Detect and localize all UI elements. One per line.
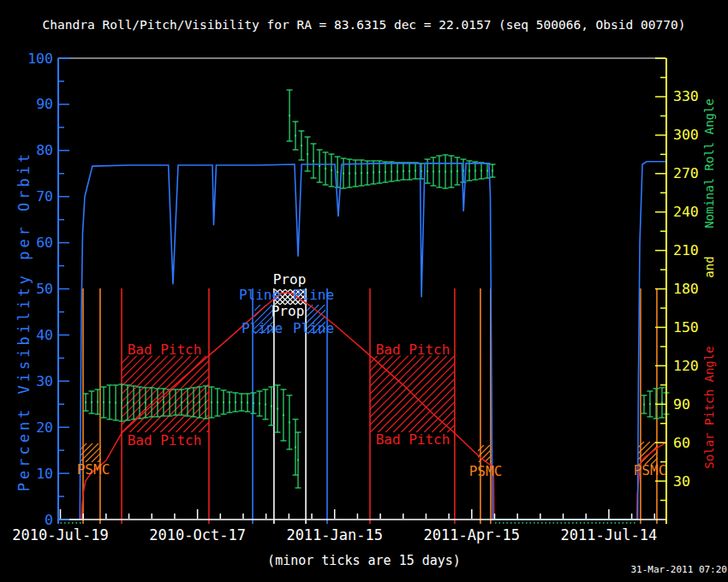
annotation-pline: Pline	[293, 320, 334, 336]
x-axis-tick-label: 2011-Jan-15	[286, 526, 383, 543]
annotation-bad-pitch: Bad Pitch	[376, 431, 451, 448]
annotation-psmc: PSMC	[77, 461, 110, 478]
right-axis-tick-label: 30	[673, 473, 690, 490]
x-axis-tick-label: 2011-Jul-14	[561, 526, 658, 543]
annotation-bad-pitch: Bad Pitch	[376, 341, 451, 358]
annotation-bad-pitch: Bad Pitch	[128, 341, 202, 358]
right-axis-tick-label: 210	[673, 242, 699, 258]
x-axis-tick-label: 2011-Apr-15	[424, 526, 521, 543]
left-axis-tick-label: 0	[45, 512, 53, 528]
right-axis-title-roll: Nominal Roll Angle	[702, 98, 716, 229]
right-axis-tick-label: 150	[673, 319, 699, 336]
x-axis-tick-label: 2010-Oct-17	[149, 526, 246, 543]
annotation-bad-pitch: Bad Pitch	[128, 432, 202, 448]
left-axis-tick-label: 60	[36, 235, 53, 251]
left-axis-tick-label: 80	[36, 142, 53, 158]
annotation-pline: Pline	[293, 287, 334, 303]
right-axis-tick-label: 120	[673, 358, 699, 374]
annotation-prop: Prop	[272, 303, 305, 319]
left-axis-tick-label: 70	[36, 188, 53, 205]
right-axis-title-and: and	[702, 256, 716, 277]
right-axis-tick-label: 270	[673, 165, 699, 181]
left-axis-tick-label: 50	[36, 281, 53, 297]
right-axis-tick-label: 240	[673, 204, 699, 220]
right-axis-tick-label: 180	[673, 281, 699, 297]
chart-background	[0, 0, 728, 582]
right-axis-tick-label: 90	[673, 396, 690, 413]
roll-pitch-visibility-chart: 0102030405060708090100306090120150180210…	[0, 0, 728, 582]
annotation-pline: Pline	[242, 320, 283, 336]
left-axis-tick-label: 100	[27, 50, 53, 67]
left-axis-tick-label: 30	[36, 373, 53, 389]
minor-ticks-note: (minor ticks are 15 days)	[267, 553, 461, 568]
annotation-pline: Pline	[239, 287, 280, 303]
left-axis-title: Percent Visibility per Orbit	[15, 151, 33, 492]
generated-timestamp: 31-Mar-2011 07:20	[630, 564, 727, 575]
right-axis-title-pitch: Solar Pitch Angle	[702, 346, 716, 468]
right-axis-tick-label: 330	[673, 88, 699, 104]
left-axis-tick-label: 20	[36, 419, 53, 436]
x-axis-tick-label: 2010-Jul-19	[12, 526, 109, 543]
chart-title: Chandra Roll/Pitch/Visibility for RA = 8…	[43, 18, 686, 32]
annotation-psmc: PSMC	[469, 463, 503, 479]
left-axis-tick-label: 10	[36, 466, 53, 482]
left-axis-tick-label: 40	[36, 327, 53, 343]
left-axis-tick-label: 90	[36, 96, 53, 112]
right-axis-tick-label: 300	[673, 127, 699, 143]
chandra-visibility-window: 0102030405060708090100306090120150180210…	[0, 0, 728, 582]
annotation-psmc: PSMC	[634, 462, 667, 478]
annotation-prop: Prop	[273, 271, 307, 288]
right-axis-tick-label: 60	[673, 435, 690, 451]
